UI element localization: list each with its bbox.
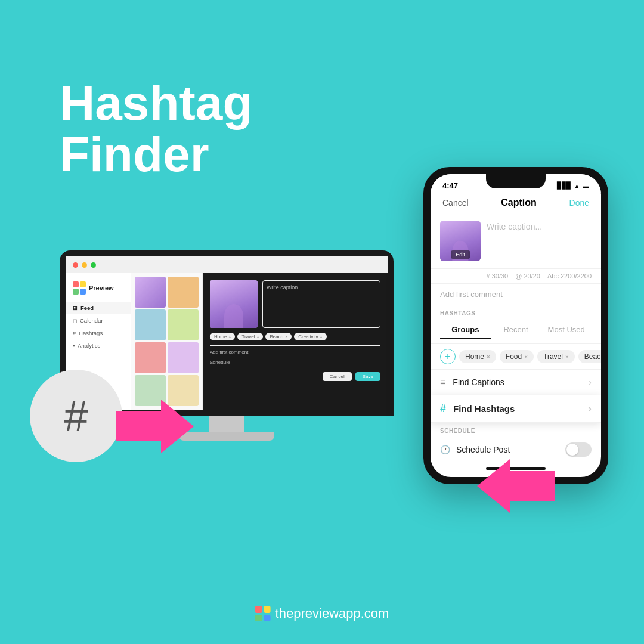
phone-schedule-section-label: SCHEDULE (431, 423, 601, 436)
phone-tags-row: + Home × Food × Travel × Beach × (431, 344, 601, 370)
feed-thumb-1 (135, 277, 166, 308)
footer-logo-q4 (264, 615, 271, 622)
preview-logo-icon (73, 281, 86, 295)
mac-screen-content: Preview ⊞ Feed ◻ Calendar # Hashtags (66, 256, 388, 410)
mac-cancel-button[interactable]: Cancel (323, 372, 352, 381)
schedule-post-label: Schedule Post (456, 445, 559, 454)
phone-caption-area: Edit Write caption... (431, 213, 601, 269)
phone-tag-beach: Beach × (578, 350, 601, 363)
hashtag-count: # 30/30 (487, 273, 509, 280)
phone-done-button[interactable]: Done (569, 198, 589, 208)
tab-recent[interactable]: Recent (491, 321, 541, 339)
tag-chip-beach: Beach × (265, 333, 292, 340)
mac-tags-row: Home × Travel × Beach × (210, 333, 380, 340)
headline-line2: Finder (60, 129, 253, 180)
char-count: Abc 2200/2200 (547, 273, 592, 280)
mac-dot-yellow (82, 262, 87, 268)
arrow-right-icon (116, 400, 194, 453)
phone-nav-bar: Cancel Caption Done (431, 193, 601, 213)
mac-add-comment[interactable]: Add first comment (210, 345, 380, 355)
hashtag-nav-icon: # (73, 330, 76, 336)
footer-logo-q3 (255, 615, 262, 622)
analytics-label: Analytics (78, 342, 100, 349)
logo-q4 (80, 289, 86, 295)
tag-chip-creativity: Creativity × (294, 333, 326, 340)
mac-feed-grid (131, 273, 203, 410)
phone-photo-edit-label[interactable]: Edit (451, 250, 470, 259)
phone-tag-home: Home × (459, 350, 496, 363)
phone-tag-food-remove[interactable]: × (524, 354, 528, 360)
find-hashtags-label: Find Hashtags (453, 404, 581, 414)
sidebar-item-feed[interactable]: ⊞ Feed (66, 302, 131, 314)
phone-status-right: ▊▊▊ ▲ ▬ (557, 182, 589, 190)
mac-caption-field[interactable]: Write caption... (262, 280, 380, 328)
sidebar-item-calendar[interactable]: ◻ Calendar (66, 314, 131, 327)
tag-chip-travel: Travel × (237, 333, 263, 340)
mac-brand: Preview (66, 281, 131, 302)
clock-icon: 🕐 (440, 445, 450, 454)
phone-screen: 4:47 ▊▊▊ ▲ ▬ Cancel Caption Done Edit (431, 174, 601, 477)
brand-label: Preview (89, 284, 114, 292)
battery-icon: ▬ (583, 182, 589, 190)
caption-top: Write caption... (210, 280, 380, 328)
footer-logo-q1 (255, 606, 262, 613)
headline: Hashtag Finder (60, 78, 253, 180)
phone-tabs: Groups Recent Most Used (431, 319, 601, 344)
phone-first-comment[interactable]: Add first comment (431, 284, 601, 305)
sidebar-item-analytics[interactable]: ▪ Analytics (66, 339, 131, 352)
mac-caption-photo (210, 280, 258, 328)
mac-schedule: Schedule (210, 360, 380, 365)
find-captions-menu-item[interactable]: ≡ Find Captions › (431, 370, 601, 395)
feed-label: Feed (80, 305, 94, 311)
mac-dot-green (91, 262, 96, 268)
sidebar-item-hashtags[interactable]: # Hashtags (66, 327, 131, 339)
hashtags-chevron-icon: › (588, 402, 592, 415)
svg-marker-1 (477, 459, 555, 513)
phone-tag-travel-remove[interactable]: × (565, 354, 569, 360)
feed-thumb-3 (135, 309, 166, 340)
hashtags-label: Hashtags (79, 330, 103, 336)
analytics-icon: ▪ (73, 343, 75, 349)
phone-tag-travel: Travel × (537, 350, 575, 363)
logo-q2 (80, 281, 86, 287)
phone: 4:47 ▊▊▊ ▲ ▬ Cancel Caption Done Edit (423, 167, 608, 484)
logo-q3 (73, 289, 79, 295)
mac-chrome-bar (66, 256, 388, 273)
tag-chip-home: Home × (210, 333, 235, 340)
purple-figure (210, 280, 258, 328)
phone-add-tag-button[interactable]: + (440, 349, 456, 364)
feed-thumb-6 (168, 342, 199, 373)
captions-chevron-icon: › (589, 377, 592, 387)
feed-thumb-5 (135, 342, 166, 373)
tab-groups[interactable]: Groups (440, 321, 491, 339)
footer: thepreviewapp.com (255, 606, 389, 621)
phone-tag-food: Food × (500, 350, 534, 363)
hashtag-menu-icon: # (440, 402, 446, 415)
phone-frame: 4:47 ▊▊▊ ▲ ▬ Cancel Caption Done Edit (423, 167, 608, 484)
phone-notch (486, 174, 546, 188)
captions-icon: ≡ (440, 377, 445, 388)
feed-thumb-4 (168, 309, 199, 340)
wifi-icon: ▲ (574, 182, 580, 190)
mention-count: @ 20/20 (515, 273, 540, 280)
mac-save-button[interactable]: Save (355, 372, 380, 381)
phone-caption-placeholder[interactable]: Write caption... (487, 221, 542, 261)
phone-hashtags-section-label: HASHTAGS (431, 305, 601, 319)
phone-screen-title: Caption (501, 197, 537, 208)
mac-dot-red (73, 262, 78, 268)
mac-main-panel: Write caption... Home × Travel × (131, 273, 388, 410)
arrow-left-icon (477, 459, 555, 513)
mac-caption-panel: Write caption... Home × Travel × (203, 273, 388, 410)
headline-line1: Hashtag (60, 78, 253, 129)
phone-cancel-button[interactable]: Cancel (442, 198, 469, 208)
tab-most-used[interactable]: Most Used (541, 321, 592, 339)
phone-counts: # 30/30 @ 20/20 Abc 2200/2200 (431, 269, 601, 284)
feed-thumb-2 (168, 277, 199, 308)
caption-placeholder: Write caption... (267, 284, 302, 290)
logo-q1 (73, 281, 79, 287)
phone-tag-home-remove[interactable]: × (487, 354, 490, 360)
schedule-toggle[interactable] (565, 442, 592, 457)
calendar-icon: ◻ (73, 318, 77, 324)
find-hashtags-menu-item[interactable]: # Find Hashtags › (431, 395, 601, 423)
mac-action-buttons: Cancel Save (210, 372, 380, 381)
